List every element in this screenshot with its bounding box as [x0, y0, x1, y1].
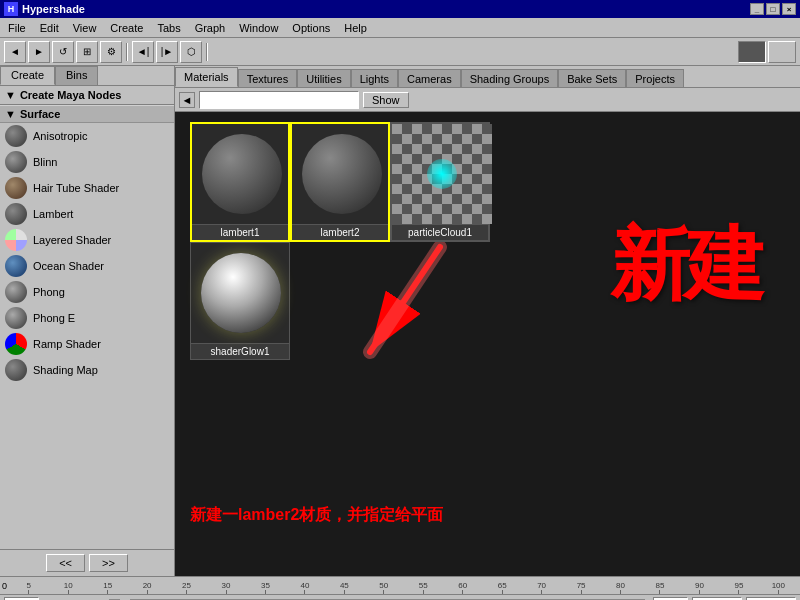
- maximize-button[interactable]: □: [766, 3, 780, 15]
- left-panel: Create Bins ▼ Create Maya Nodes ▼ Surfac…: [0, 66, 175, 576]
- tab-textures[interactable]: Textures: [238, 69, 298, 87]
- menu-tabs[interactable]: Tabs: [151, 20, 186, 36]
- main-tabs-bar: MaterialsTexturesUtilitiesLightsCamerasS…: [175, 66, 800, 88]
- panel-tabs: Create Bins: [0, 66, 174, 86]
- show-button[interactable]: Show: [363, 92, 409, 108]
- lambert2-ball: [302, 134, 382, 214]
- refresh-button[interactable]: ↺: [52, 41, 74, 63]
- shader-ball-layered-shader: [5, 229, 27, 251]
- tab-bake-sets[interactable]: Bake Sets: [558, 69, 626, 87]
- shader-item-shading-map[interactable]: Shading Map: [0, 357, 174, 383]
- swatch-lambert1[interactable]: lambert1: [190, 122, 290, 242]
- next-button[interactable]: >>: [89, 554, 128, 572]
- ruler-tick-55: 55: [404, 581, 443, 594]
- minimize-button[interactable]: _: [750, 3, 764, 15]
- right-panel: MaterialsTexturesUtilitiesLightsCamerasS…: [175, 66, 800, 576]
- create-panel: ▼ Create Maya Nodes ▼ Surface Anisotropi…: [0, 86, 174, 549]
- tab-projects[interactable]: Projects: [626, 69, 684, 87]
- search-bar: ◄ Show: [175, 88, 800, 112]
- timeline-ruler: 0 51015202530354045505560657075808590951…: [0, 576, 800, 594]
- shader-ball-shading-map: [5, 359, 27, 381]
- forward-button[interactable]: ►: [28, 41, 50, 63]
- timeline-start: 0: [2, 581, 7, 591]
- input-output-right-button[interactable]: |►: [156, 41, 178, 63]
- shader-list: AnisotropicBlinnHair Tube ShaderLambertL…: [0, 123, 174, 549]
- menu-edit[interactable]: Edit: [34, 20, 65, 36]
- shader-label: Phong E: [33, 312, 75, 324]
- shader-item-anisotropic[interactable]: Anisotropic: [0, 123, 174, 149]
- tab-lights[interactable]: Lights: [351, 69, 398, 87]
- search-input[interactable]: [199, 91, 359, 109]
- shader-item-hair-tube-shader[interactable]: Hair Tube Shader: [0, 175, 174, 201]
- swatch-lambert2[interactable]: lambert2: [290, 122, 390, 242]
- swatch-particle-label: particleCloud1: [392, 224, 488, 240]
- title-text: Hypershade: [22, 3, 750, 15]
- menu-options[interactable]: Options: [286, 20, 336, 36]
- swatch-particlecloud1[interactable]: particleCloud1: [390, 122, 490, 242]
- ruler-tick-90: 90: [680, 581, 719, 594]
- shader-label: Layered Shader: [33, 234, 111, 246]
- shaderglow1-ball: [201, 253, 281, 333]
- window-controls: _ □ ×: [750, 3, 796, 15]
- input-output-left-button[interactable]: ◄|: [132, 41, 154, 63]
- create-header: ▼ Create Maya Nodes: [0, 86, 174, 105]
- graph-button[interactable]: ⬡: [180, 41, 202, 63]
- settings-button[interactable]: ⚙: [100, 41, 122, 63]
- menu-view[interactable]: View: [67, 20, 103, 36]
- shader-label: Shading Map: [33, 364, 98, 376]
- shader-ball-lambert: [5, 203, 27, 225]
- shader-ball-anisotropic: [5, 125, 27, 147]
- shader-label: Anisotropic: [33, 130, 87, 142]
- tab-materials[interactable]: Materials: [175, 67, 238, 87]
- separator-2: [206, 43, 208, 61]
- shader-item-phong-e[interactable]: Phong E: [0, 305, 174, 331]
- search-icon-button[interactable]: ◄: [179, 92, 195, 108]
- tab-create[interactable]: Create: [0, 66, 55, 85]
- view-btn-1[interactable]: [738, 41, 766, 63]
- ruler-tick-20: 20: [127, 581, 166, 594]
- tab-bins[interactable]: Bins: [55, 66, 98, 85]
- shader-item-layered-shader[interactable]: Layered Shader: [0, 227, 174, 253]
- shader-item-lambert[interactable]: Lambert: [0, 201, 174, 227]
- shader-item-ocean-shader[interactable]: Ocean Shader: [0, 253, 174, 279]
- ruler-tick-85: 85: [640, 581, 679, 594]
- tab-shading-groups[interactable]: Shading Groups: [461, 69, 559, 87]
- canvas-area[interactable]: lambert1 lambert2 particleCloud1: [175, 112, 800, 576]
- tab-cameras[interactable]: Cameras: [398, 69, 461, 87]
- ruler-tick-65: 65: [482, 581, 521, 594]
- section-header-surface: ▼ Surface: [0, 105, 174, 123]
- view-btn-2[interactable]: [768, 41, 796, 63]
- shader-label: Ramp Shader: [33, 338, 101, 350]
- swatch-row-1: lambert1 lambert2 particleCloud1: [190, 122, 490, 242]
- shader-item-phong[interactable]: Phong: [0, 279, 174, 305]
- swatch-lambert1-preview: [192, 124, 292, 224]
- close-button[interactable]: ×: [782, 3, 796, 15]
- ruler-tick-60: 60: [443, 581, 482, 594]
- menu-window[interactable]: Window: [233, 20, 284, 36]
- ruler-tick-50: 50: [364, 581, 403, 594]
- swatch-shaderglow1[interactable]: shaderGlow1: [190, 242, 290, 360]
- ruler-tick-100: 100: [759, 581, 798, 594]
- ruler-tick-80: 80: [601, 581, 640, 594]
- shader-ball-phong: [5, 281, 27, 303]
- particle-glow-effect: [427, 159, 457, 189]
- shader-ball-ocean-shader: [5, 255, 27, 277]
- back-button[interactable]: ◄: [4, 41, 26, 63]
- shader-item-blinn[interactable]: Blinn: [0, 149, 174, 175]
- svg-line-2: [370, 247, 440, 352]
- bottom-bar: ◄◄ ▶ ►► 1: [0, 594, 800, 600]
- menu-file[interactable]: File: [2, 20, 32, 36]
- shader-label: Hair Tube Shader: [33, 182, 119, 194]
- grid-button[interactable]: ⊞: [76, 41, 98, 63]
- prev-button[interactable]: <<: [46, 554, 85, 572]
- menu-help[interactable]: Help: [338, 20, 373, 36]
- app-icon: H: [4, 2, 18, 16]
- shader-item-ramp-shader[interactable]: Ramp Shader: [0, 331, 174, 357]
- ruler-tick-45: 45: [325, 581, 364, 594]
- main-area: Create Bins ▼ Create Maya Nodes ▼ Surfac…: [0, 66, 800, 576]
- menu-graph[interactable]: Graph: [189, 20, 232, 36]
- tab-utilities[interactable]: Utilities: [297, 69, 350, 87]
- menu-create[interactable]: Create: [104, 20, 149, 36]
- ruler-tick-30: 30: [206, 581, 245, 594]
- lambert1-ball: [202, 134, 282, 214]
